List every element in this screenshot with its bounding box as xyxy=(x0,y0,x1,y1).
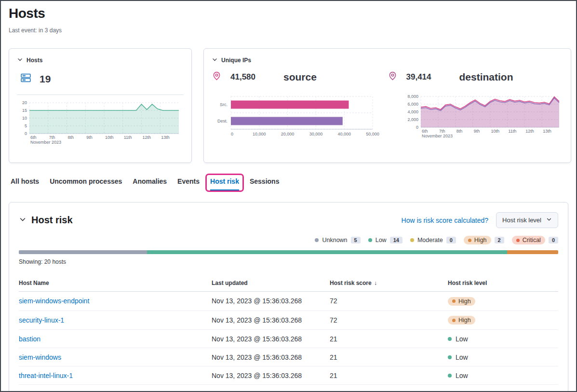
hosts-panel-title: Hosts xyxy=(27,57,42,64)
hosts-page: Hosts Last event: in 3 days Hosts xyxy=(0,0,577,392)
chevron-down-icon xyxy=(17,56,23,64)
host-link[interactable]: siem-windows-endpoint xyxy=(19,297,89,305)
destination-ips-label: destination xyxy=(459,71,513,83)
last-updated-cell: Nov 13, 2023 @ 15:36:03.268 xyxy=(212,366,330,385)
source-ips-label: source xyxy=(283,71,317,83)
host-risk-title: Host risk xyxy=(31,215,73,226)
svg-text:40,000: 40,000 xyxy=(337,132,351,136)
hosts-metric: 19 xyxy=(20,72,184,86)
tab-host-risk[interactable]: Host risk xyxy=(210,177,239,190)
legend-item-unknown: Unknown 5 xyxy=(315,237,360,243)
unique-ips-area-chart: 02,0004,0006,0008,0006th7th8th9th10th11t… xyxy=(401,93,563,142)
hosts-count: 19 xyxy=(40,73,51,85)
svg-text:8,000: 8,000 xyxy=(407,94,418,99)
last-updated-cell: Nov 13, 2023 @ 15:36:03.268 xyxy=(212,385,330,392)
chevron-down-icon xyxy=(212,56,218,64)
map-pin-icon xyxy=(212,71,222,83)
low-level-indicator: Low xyxy=(448,390,468,392)
svg-text:9th: 9th xyxy=(474,129,480,134)
legend-item-moderate: Moderate 0 xyxy=(410,237,456,243)
low-level-indicator: Low xyxy=(448,335,468,343)
svg-text:8th: 8th xyxy=(68,135,74,140)
source-ips-count: 41,580 xyxy=(230,72,255,82)
unique-ips-charts: 010,00020,00030,00040,00050,000Src.Dest.… xyxy=(212,93,563,142)
distribution-segment-high xyxy=(507,250,558,254)
tab-uncommon-processes[interactable]: Uncommon processes xyxy=(50,177,122,190)
risk-distribution-bar xyxy=(19,250,558,254)
svg-text:13th: 13th xyxy=(543,129,551,134)
svg-text:30,000: 30,000 xyxy=(309,132,323,136)
svg-text:20: 20 xyxy=(22,100,27,105)
risk-score-help-link[interactable]: How is risk score calculated? xyxy=(402,216,489,224)
svg-text:0: 0 xyxy=(25,131,27,136)
host-link[interactable]: threat-intel-linux-1 xyxy=(19,372,73,379)
table-row: siem-windows Nov 13, 2023 @ 15:36:03.268… xyxy=(19,348,558,366)
hosts-kpi-panel: Hosts 19 051015206th7th8th9th10th11th12t… xyxy=(9,48,192,163)
svg-text:12th: 12th xyxy=(525,129,534,134)
svg-text:11th: 11th xyxy=(124,135,132,140)
svg-text:13th: 13th xyxy=(161,135,170,140)
chevron-down-icon xyxy=(546,216,552,224)
low-count-badge: 14 xyxy=(390,237,403,243)
unique-ips-bar-chart: 010,00020,00030,00040,00050,000Src.Dest. xyxy=(212,93,381,142)
svg-text:15: 15 xyxy=(22,108,27,113)
host-link[interactable]: siem-windows xyxy=(19,353,61,361)
host-risk-table: Host Name Last updated Host risk score ↓… xyxy=(19,276,558,392)
legend-item-high: High 2 xyxy=(464,236,504,244)
svg-text:9th: 9th xyxy=(86,135,93,140)
sort-desc-icon: ↓ xyxy=(374,280,377,286)
table-header-row: Host Name Last updated Host risk score ↓… xyxy=(19,276,558,292)
svg-text:50,000: 50,000 xyxy=(366,132,379,136)
host-link[interactable]: security-linux-1 xyxy=(19,316,64,324)
hosts-panel-header[interactable]: Hosts xyxy=(17,56,184,64)
svg-text:5: 5 xyxy=(25,123,27,128)
page-title: Hosts xyxy=(9,6,568,21)
tab-all-hosts[interactable]: All hosts xyxy=(11,177,39,190)
risk-score-cell: 21 xyxy=(330,330,448,348)
table-row: security-linux-1 Nov 13, 2023 @ 15:36:03… xyxy=(19,311,558,330)
high-level-badge: High xyxy=(448,297,475,306)
risk-score-cell: 21 xyxy=(330,366,448,385)
risk-level-legend: Unknown 5 Low 14 Moderate 0 High 2 xyxy=(19,236,558,244)
host-risk-title-group[interactable]: Host risk xyxy=(19,215,73,226)
destination-ips-count: 39,414 xyxy=(406,72,431,82)
tab-host-risk-wrap: Host risk xyxy=(210,177,239,190)
low-level-indicator: Low xyxy=(448,372,468,379)
table-row: es01 Nov 13, 2023 @ 15:36:03.268 21 Low xyxy=(19,385,558,392)
table-row: bastion Nov 13, 2023 @ 15:36:03.268 21 L… xyxy=(19,330,558,348)
risk-score-cell: 21 xyxy=(330,385,448,392)
low-dot-icon xyxy=(448,337,452,341)
col-host-risk-level[interactable]: Host risk level xyxy=(448,276,558,292)
unique-ips-stats: 41,580 source 39,414 destination xyxy=(212,71,563,83)
col-host-name[interactable]: Host Name xyxy=(19,276,212,292)
last-updated-cell: Nov 13, 2023 @ 15:36:03.268 xyxy=(212,348,330,366)
last-updated-cell: Nov 13, 2023 @ 15:36:03.268 xyxy=(212,292,330,311)
low-dot-icon xyxy=(368,238,372,242)
svg-text:November 2023: November 2023 xyxy=(422,134,453,138)
svg-text:10,000: 10,000 xyxy=(253,132,266,136)
chevron-down-icon xyxy=(19,216,27,225)
hosts-area-chart: 051015206th7th8th9th10th11th12th13thNove… xyxy=(17,99,184,148)
high-count-badge: 2 xyxy=(495,237,504,243)
svg-text:0: 0 xyxy=(416,125,418,130)
host-risk-panel: Host risk How is risk score calculated? … xyxy=(9,202,568,392)
low-level-indicator: Low xyxy=(448,353,468,361)
svg-text:7th: 7th xyxy=(439,129,445,134)
svg-text:November 2023: November 2023 xyxy=(30,140,61,145)
host-risk-level-dropdown[interactable]: Host risk level xyxy=(496,212,558,228)
svg-text:6,000: 6,000 xyxy=(407,102,418,107)
high-level-badge: High xyxy=(448,316,475,324)
col-host-risk-score[interactable]: Host risk score ↓ xyxy=(330,276,448,292)
tab-events[interactable]: Events xyxy=(177,177,200,190)
host-link[interactable]: es01 xyxy=(19,390,33,392)
risk-score-cell: 21 xyxy=(330,348,448,366)
col-last-updated[interactable]: Last updated xyxy=(212,276,330,292)
host-risk-header: Host risk How is risk score calculated? … xyxy=(19,212,558,228)
tab-anomalies[interactable]: Anomalies xyxy=(133,177,167,190)
svg-text:11th: 11th xyxy=(508,129,516,134)
unique-ips-panel-header[interactable]: Unique IPs xyxy=(212,56,563,64)
host-link[interactable]: bastion xyxy=(19,335,40,343)
tab-sessions[interactable]: Sessions xyxy=(250,177,279,190)
kpi-panels-row: Hosts 19 051015206th7th8th9th10th11th12t… xyxy=(9,48,568,163)
distribution-segment-unknown xyxy=(19,250,147,254)
